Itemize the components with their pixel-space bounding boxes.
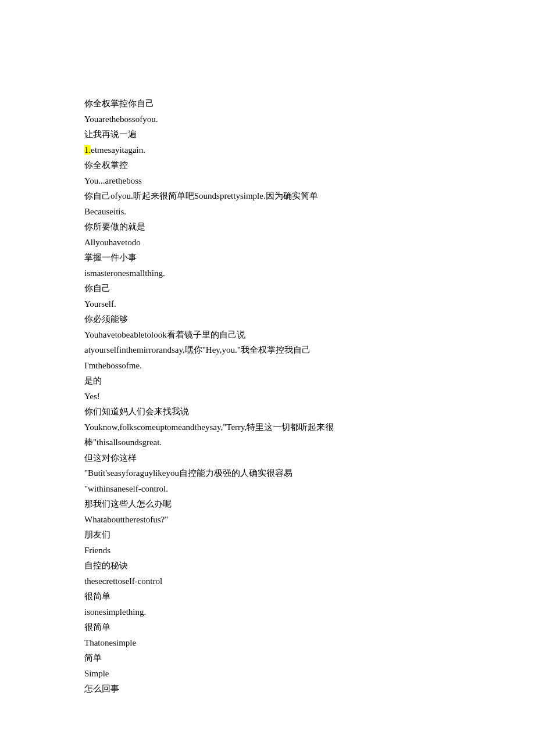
text-line: 你自己 xyxy=(84,281,451,296)
text-line: 很简单 xyxy=(84,619,451,635)
highlighted-text: 1. xyxy=(84,145,91,155)
text-body: 你全权掌控你自己Youarethebossofyou.让我再说一遍1.etmes… xyxy=(84,96,451,697)
text-line: 让我再说一遍 xyxy=(84,127,451,142)
text-line: Thatonesimple xyxy=(84,635,451,651)
text-line: 怎么回事 xyxy=(84,681,451,697)
text-line: Becauseitis. xyxy=(84,204,451,220)
text-line: 你们知道妈人们会来找我说 xyxy=(84,404,451,420)
text-line: Whatabouttherestofus?" xyxy=(84,512,451,528)
text-line: Allyouhavetodo xyxy=(84,235,451,250)
text-line: Youhavetobeabletolook看着镜子里的自己说 xyxy=(84,327,451,343)
text-line: isonesimplething. xyxy=(84,604,451,620)
text-line: 简单 xyxy=(84,650,451,666)
text-line: 棒"thisallsoundsgreat. xyxy=(84,435,451,450)
text-line: 自控的秘诀 xyxy=(84,558,451,574)
text-line: 你全权掌控你自己 xyxy=(84,96,451,112)
text-line: Yes! xyxy=(84,389,451,404)
text-line: 是的 xyxy=(84,373,451,389)
text-line: Simple xyxy=(84,666,451,682)
text-span: etmesayitagain. xyxy=(91,145,145,155)
text-line: 很简单 xyxy=(84,589,451,604)
text-line: Friends xyxy=(84,543,451,558)
text-line: ismasteronesmallthing. xyxy=(84,266,451,281)
text-line: 掌握一件小事 xyxy=(84,250,451,266)
text-line: 你所要做的就是 xyxy=(84,219,451,235)
text-line: 你必须能够 xyxy=(84,311,451,327)
text-line: 1.etmesayitagain. xyxy=(84,142,451,158)
text-line: 那我们这些人怎么办呢 xyxy=(84,496,451,512)
text-line: 朋友们 xyxy=(84,527,451,543)
text-line: 你自己ofyou.听起来很简单吧Soundsprettysimple.因为确实简… xyxy=(84,188,451,204)
text-line: 你全权掌控 xyxy=(84,157,451,173)
text-line: Yourself. xyxy=(84,296,451,312)
text-line: You...aretheboss xyxy=(84,173,451,189)
text-line: Youarethebossofyou. xyxy=(84,112,451,127)
text-line: thesecrettoself-control xyxy=(84,574,451,589)
document-page: 你全权掌控你自己Youarethebossofyou.让我再说一遍1.etmes… xyxy=(0,0,451,697)
text-line: Youknow,folkscomeuptomeandtheysay,"Terry… xyxy=(84,420,451,435)
text-line: "withinsaneself-control. xyxy=(84,481,451,497)
text-line: I'mthebossofme. xyxy=(84,358,451,374)
text-line: 但这对你这样 xyxy=(84,450,451,466)
text-line: atyourselfinthemirrorandsay,嘿你"Hey,you."… xyxy=(84,342,451,358)
text-line: "Butit'seasyforaguylikeyou自控能力极强的人确实很容易 xyxy=(84,465,451,481)
